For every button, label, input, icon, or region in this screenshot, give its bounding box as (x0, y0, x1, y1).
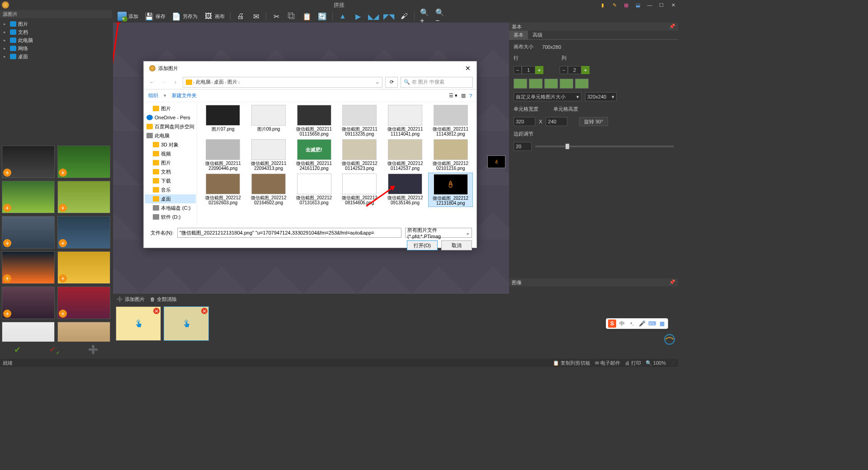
nav-forward-icon[interactable]: → (159, 78, 168, 87)
flip-h-icon[interactable]: ▲ (335, 11, 350, 22)
file-item[interactable]: 微信截图_20221111114041.png (383, 104, 428, 137)
cols-spinner[interactable]: −+ (560, 66, 590, 74)
status-email[interactable]: ✉ 电子邮件 (595, 360, 620, 367)
source-thumb[interactable]: + (2, 322, 55, 342)
open-button[interactable]: 打开(O) (407, 240, 438, 250)
preset-3[interactable] (544, 79, 558, 89)
rotate-button[interactable]: 旋转 90° (579, 117, 608, 126)
file-item[interactable]: 微信截图_20221202162603.png (201, 173, 245, 207)
rows-minus[interactable]: − (514, 66, 522, 74)
file-item[interactable]: 微信截图_20221201142523.png (337, 138, 382, 172)
cols-input[interactable] (568, 66, 581, 74)
file-item[interactable]: 微信截图_20221109113235.png (337, 104, 382, 137)
add-button[interactable]: +添加 (115, 11, 141, 22)
refresh-button[interactable]: ⟳ (385, 77, 398, 88)
close-button[interactable]: ✕ (668, 1, 678, 9)
dialog-tree-item[interactable]: 百度网盘同步空间 (145, 122, 196, 131)
ime-punct-icon[interactable]: •, (628, 320, 636, 328)
file-item[interactable]: 微信截图_20221208154606.png (337, 173, 382, 207)
cellsize-mode-select[interactable]: 自定义单元格图片大小▾ (514, 92, 581, 101)
ime-lang[interactable]: 中 (618, 320, 626, 328)
dialog-tree-item[interactable]: 3D 对象 (145, 140, 196, 149)
margin-slider[interactable] (535, 146, 674, 147)
file-item[interactable]: 🕯微信截图_20221212131804.png (428, 173, 473, 207)
add-badge-icon[interactable]: + (3, 310, 11, 318)
copy-icon[interactable]: ⿻ (284, 11, 299, 22)
preset-5[interactable] (575, 79, 589, 89)
filename-input[interactable] (177, 228, 401, 238)
dialog-tree-item[interactable]: 下载 (145, 176, 196, 185)
file-filter-select[interactable]: 所有图片文件 (*.pfd;*.PTimag⌄ (405, 228, 472, 238)
tree-item[interactable]: ▸桌面 (0, 52, 112, 61)
canvas-preview-thumb[interactable]: 🕯 (487, 155, 505, 168)
accept-icon[interactable]: ✔ (14, 345, 21, 355)
source-thumb[interactable]: + (2, 146, 55, 178)
file-item[interactable]: 微信截图_20221122094313.png (246, 138, 291, 172)
strip-remove-icon[interactable]: ✕ (201, 308, 208, 314)
source-thumb[interactable]: + (2, 287, 55, 319)
strip-remove-icon[interactable]: ✕ (153, 308, 160, 314)
add-thumb-icon[interactable]: ➕ (88, 345, 98, 355)
dialog-tree-item[interactable]: 音乐 (145, 185, 196, 194)
ime-grid-icon[interactable]: ▦ (658, 320, 666, 328)
dialog-tree-item[interactable]: 视频 (145, 149, 196, 158)
rows-plus[interactable]: + (535, 66, 543, 74)
dialog-tree-item[interactable]: 图片 (145, 104, 196, 113)
dialog-close-button[interactable]: ✕ (463, 63, 473, 73)
canvas-button[interactable]: 🖼画布 (201, 11, 227, 22)
file-item[interactable]: 微信截图_20221122090446.png (201, 138, 245, 172)
add-badge-icon[interactable]: + (59, 274, 67, 282)
dialog-tree-item[interactable]: 本地磁盘 (C:) (145, 203, 196, 212)
pin-icon[interactable]: 📌 (669, 279, 675, 286)
dialog-tree-item[interactable]: 软件 (D:) (145, 212, 196, 221)
add-badge-icon[interactable]: + (3, 274, 11, 282)
file-item[interactable]: 微信截图_20221201142537.png (383, 138, 428, 172)
rows-spinner[interactable]: −+ (514, 66, 543, 74)
strip-slot[interactable]: ✕ (116, 306, 161, 341)
titlebar-icon-3[interactable]: ▦ (621, 1, 631, 9)
dialog-tree-item[interactable]: 此电脑 (145, 131, 196, 140)
nav-back-icon[interactable]: ← (147, 78, 156, 87)
help-icon[interactable]: ? (469, 93, 472, 99)
ime-toolbar[interactable]: S 中 •, 🎤 ⌨ ▦ (606, 318, 668, 329)
cell-height-input[interactable] (546, 117, 567, 126)
file-item[interactable]: 图片07.png (201, 104, 245, 137)
swap-icon[interactable]: 🔄 (315, 11, 330, 22)
file-item[interactable]: 微信截图_20221202164502.png (246, 173, 291, 207)
source-thumb[interactable]: + (2, 181, 55, 213)
paste-icon[interactable]: 📋 (300, 11, 314, 22)
add-badge-icon[interactable]: + (59, 310, 67, 318)
mail-icon[interactable]: ✉ (249, 11, 263, 22)
source-thumb[interactable]: + (57, 216, 110, 249)
cols-plus[interactable]: + (581, 66, 590, 74)
zoom-in-icon[interactable]: 🔍+ (417, 11, 432, 22)
strip-slot[interactable]: ✕ (164, 306, 209, 341)
source-thumb[interactable]: + (57, 251, 110, 284)
tree-item[interactable]: ▸图片 (0, 20, 112, 28)
saveas-button[interactable]: 📄另存为 (169, 11, 200, 22)
status-zoom[interactable]: 🔍 100% (646, 360, 666, 366)
rows-input[interactable] (522, 66, 535, 74)
minimize-button[interactable]: — (645, 1, 655, 9)
source-thumb[interactable]: + (2, 216, 55, 249)
breadcrumb[interactable]: ›此电脑 ›桌面 ›图片 › ⌄ (183, 77, 382, 88)
dialog-tree-item[interactable]: 文档 (145, 167, 196, 176)
ime-keyboard-icon[interactable]: ⌨ (648, 320, 656, 328)
preset-4[interactable] (560, 79, 573, 89)
status-clipboard[interactable]: 📋 复制到剪切板 (553, 360, 590, 367)
preview-icon[interactable]: ▥ (461, 93, 466, 99)
newfolder-button[interactable]: 新建文件夹 (172, 92, 197, 99)
search-input[interactable]: 🔍在 图片 中搜索 (401, 77, 473, 88)
file-item[interactable]: 微信截图_20221101115658.png (292, 104, 336, 137)
strip-clear-button[interactable]: 🗑全部清除 (150, 296, 177, 303)
add-badge-icon[interactable]: + (3, 204, 11, 212)
titlebar-icon-4[interactable]: ⬓ (633, 1, 643, 9)
cut-icon[interactable]: ✂ (269, 11, 283, 22)
view-icon[interactable]: ☰ ▾ (449, 93, 458, 99)
add-badge-icon[interactable]: + (59, 169, 67, 177)
source-thumb[interactable]: + (57, 287, 110, 319)
dialog-tree-item[interactable]: OneDrive - Pers (145, 113, 196, 122)
brush-icon[interactable]: 🖌 (397, 11, 411, 22)
tree-item[interactable]: ▸文档 (0, 28, 112, 36)
add-badge-icon[interactable]: + (3, 239, 11, 247)
